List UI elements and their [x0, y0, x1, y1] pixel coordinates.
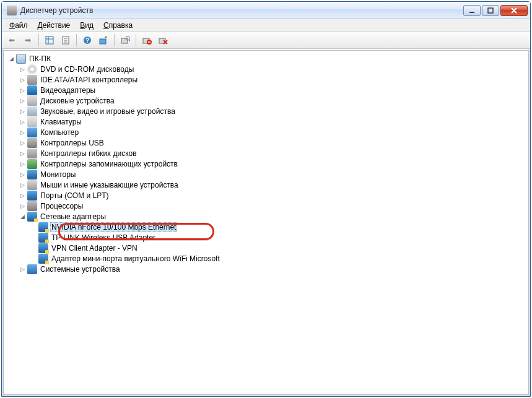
tree-category-label[interactable]: Звуковые, видео и игровые устройства: [39, 107, 177, 116]
toolbar: ⬅ ➡ ?: [2, 32, 530, 49]
tree-category-label[interactable]: Процессоры: [39, 202, 85, 210]
tree-category-mouse[interactable]: ▷Мыши и иные указывающие устройства: [19, 180, 527, 190]
expand-icon[interactable]: ▷: [19, 192, 26, 199]
computer-icon: [27, 128, 37, 137]
keyboard-icon: [27, 117, 37, 127]
tree-category-label[interactable]: Видеоадаптеры: [39, 86, 97, 95]
help-icon: ?: [82, 35, 92, 45]
uninstall-icon: [142, 35, 152, 45]
expand-icon[interactable]: ▷: [19, 160, 26, 168]
tree-category-label[interactable]: Контроллеры гибких дисков: [39, 149, 138, 158]
tree-category-label[interactable]: Контроллеры USB: [39, 139, 105, 147]
tree-category-system[interactable]: ▷Системные устройства: [19, 264, 527, 274]
expand-icon[interactable]: ▷: [19, 202, 26, 210]
toolbar-back-button[interactable]: ⬅: [4, 33, 19, 48]
tree-category-label[interactable]: Компьютер: [39, 128, 80, 137]
tree-device-label[interactable]: VPN Client Adapter - VPN: [50, 244, 139, 253]
svg-rect-2: [46, 37, 53, 44]
tree-root-label[interactable]: ПК-ПК: [28, 54, 52, 63]
tree-category-label[interactable]: Мыши и иные указывающие устройства: [39, 181, 180, 189]
collapse-icon[interactable]: ◢: [7, 55, 15, 63]
tree-category-label[interactable]: Клавиатуры: [39, 118, 83, 126]
toolbar-show-hide-button[interactable]: [42, 33, 57, 48]
minimize-button[interactable]: [463, 5, 481, 16]
tree-category-label[interactable]: Дисковые устройства: [39, 97, 116, 105]
svg-rect-12: [121, 38, 128, 43]
expand-icon[interactable]: ▷: [19, 87, 26, 94]
tree-category-label[interactable]: Контроллеры запоминающих устройств: [39, 160, 179, 168]
toolbar-separator: [136, 34, 136, 46]
expand-icon[interactable]: ▷: [19, 150, 26, 157]
tree-category-label[interactable]: IDE ATA/ATAPI контроллеры: [39, 76, 139, 84]
menu-help[interactable]: Справка: [98, 20, 137, 30]
tree-category-label[interactable]: Мониторы: [39, 170, 77, 179]
toolbar-help-button[interactable]: ?: [80, 33, 95, 48]
collapse-icon[interactable]: ◢: [19, 213, 26, 220]
network-adapter-icon: [38, 222, 48, 232]
menubar: Файл Действие Вид Справка: [2, 19, 530, 32]
tree-category-floppy[interactable]: ▷Контроллеры гибких дисков: [19, 148, 527, 158]
window-title: Диспетчер устройств: [20, 6, 93, 15]
tree-category-usb[interactable]: ▷Контроллеры USB: [19, 137, 527, 148]
toolbar-separator: [76, 34, 77, 46]
expand-icon[interactable]: ▷: [19, 129, 26, 136]
toolbar-separator: [114, 34, 115, 46]
tree-category-cpu[interactable]: ▷Процессоры: [19, 201, 527, 211]
tree-category-dvd[interactable]: ▷DVD и CD-ROM дисководы: [19, 64, 527, 74]
expand-icon[interactable]: ▷: [19, 118, 26, 126]
tree-category-label[interactable]: Системные устройства: [39, 265, 121, 274]
tree-device-net-nvidia[interactable]: NVIDIA nForce 10/100 Mbps Ethernet: [30, 222, 527, 232]
computer-icon: [16, 54, 26, 64]
tree-device-label[interactable]: NVIDIA nForce 10/100 Mbps Ethernet: [50, 222, 177, 232]
tree-device-label[interactable]: Адаптер мини-порта виртуального WiFi Mic…: [50, 254, 221, 263]
tree-device-label[interactable]: TP-LINK Wireless USB Adapter: [50, 233, 157, 242]
menu-view[interactable]: Вид: [75, 20, 98, 30]
toolbar-scan-button[interactable]: [118, 33, 133, 48]
tree-category-computer[interactable]: ▷Компьютер: [19, 127, 527, 137]
toolbar-uninstall-button[interactable]: [139, 33, 154, 48]
mouse-icon: [27, 180, 37, 190]
close-button[interactable]: [500, 5, 528, 16]
tree-category-pnp[interactable]: ▷Контроллеры запоминающих устройств: [19, 158, 527, 169]
expand-icon[interactable]: ▷: [19, 76, 26, 84]
expand-icon[interactable]: ▷: [19, 171, 26, 178]
tree-root-node[interactable]: ◢ ПК-ПК: [7, 53, 527, 64]
menu-file[interactable]: Файл: [4, 20, 33, 30]
tree-device-net-tplink[interactable]: TP-LINK Wireless USB Adapter: [30, 232, 527, 243]
tree-category-label[interactable]: Сетевые адаптеры: [39, 212, 107, 221]
tree-category-sound[interactable]: ▷Звуковые, видео и игровые устройства: [19, 106, 527, 116]
toolbar-update-driver-button[interactable]: [96, 33, 111, 48]
tree-category-net[interactable]: ◢Сетевые адаптеры: [19, 211, 527, 222]
expand-icon[interactable]: ▷: [19, 108, 26, 115]
disk-icon: [27, 96, 37, 106]
disable-icon: [158, 35, 168, 45]
tree-category-monitor[interactable]: ▷Мониторы: [19, 169, 527, 180]
toolbar-properties-button[interactable]: [58, 33, 73, 48]
expand-icon[interactable]: ▷: [19, 266, 26, 273]
app-icon: [7, 6, 17, 15]
svg-rect-0: [469, 12, 474, 13]
expand-icon[interactable]: ▷: [19, 139, 26, 147]
tree-icon: [45, 35, 55, 45]
tree-category-ide[interactable]: ▷IDE ATA/ATAPI контроллеры: [19, 74, 527, 85]
titlebar[interactable]: Диспетчер устройств: [2, 2, 530, 19]
tree-category-label[interactable]: DVD и CD-ROM дисководы: [39, 65, 135, 74]
menu-action[interactable]: Действие: [33, 20, 76, 30]
toolbar-disable-button[interactable]: [155, 33, 170, 48]
expand-icon[interactable]: ▷: [19, 181, 26, 189]
toolbar-forward-button[interactable]: ➡: [20, 33, 35, 48]
tree-category-label[interactable]: Порты (COM и LPT): [39, 191, 110, 200]
tree-pane[interactable]: ◢ ПК-ПК ▷DVD и CD-ROM дисководы▷IDE ATA/…: [3, 50, 529, 395]
sound-icon: [27, 106, 37, 116]
tree-category-keyboard[interactable]: ▷Клавиатуры: [19, 116, 527, 127]
tree-device-net-msvwifi[interactable]: Адаптер мини-порта виртуального WiFi Mic…: [30, 253, 527, 264]
device-tree: ◢ ПК-ПК ▷DVD и CD-ROM дисководы▷IDE ATA/…: [5, 53, 527, 274]
tree-category-video[interactable]: ▷Видеоадаптеры: [19, 85, 527, 95]
tree-category-ports[interactable]: ▷Порты (COM и LPT): [19, 190, 527, 201]
tree-device-net-vpn[interactable]: VPN Client Adapter - VPN: [30, 243, 527, 253]
maximize-button[interactable]: [482, 5, 499, 16]
tree-category-disk[interactable]: ▷Дисковые устройства: [19, 95, 527, 106]
expand-icon[interactable]: ▷: [19, 97, 26, 105]
ports-icon: [27, 191, 37, 201]
expand-icon[interactable]: ▷: [19, 66, 26, 73]
